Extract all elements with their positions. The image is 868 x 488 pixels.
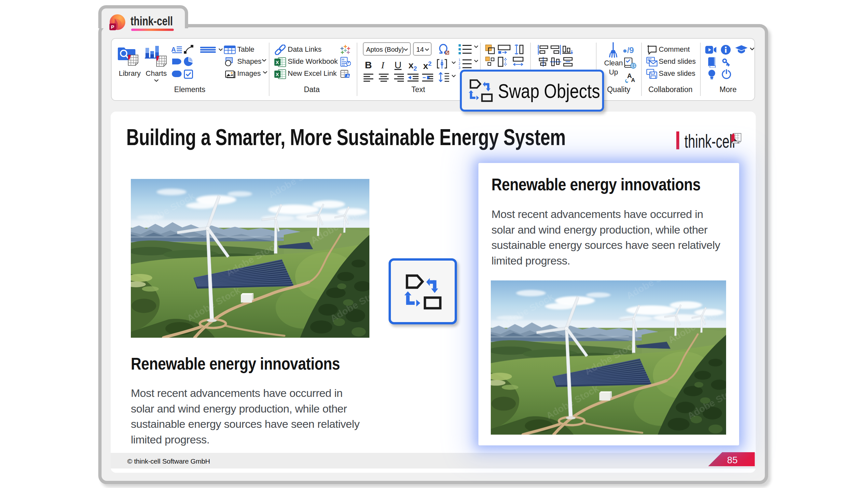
- svg-text:2: 2: [459, 62, 461, 66]
- svg-text:P: P: [111, 24, 114, 30]
- svg-text:1: 1: [459, 58, 461, 62]
- svg-text:X: X: [276, 72, 279, 77]
- svg-text:A: A: [347, 74, 349, 78]
- svg-text:A: A: [631, 77, 635, 83]
- svg-text:X: X: [276, 60, 279, 65]
- svg-text:A: A: [172, 46, 176, 53]
- svg-text:3: 3: [459, 66, 461, 69]
